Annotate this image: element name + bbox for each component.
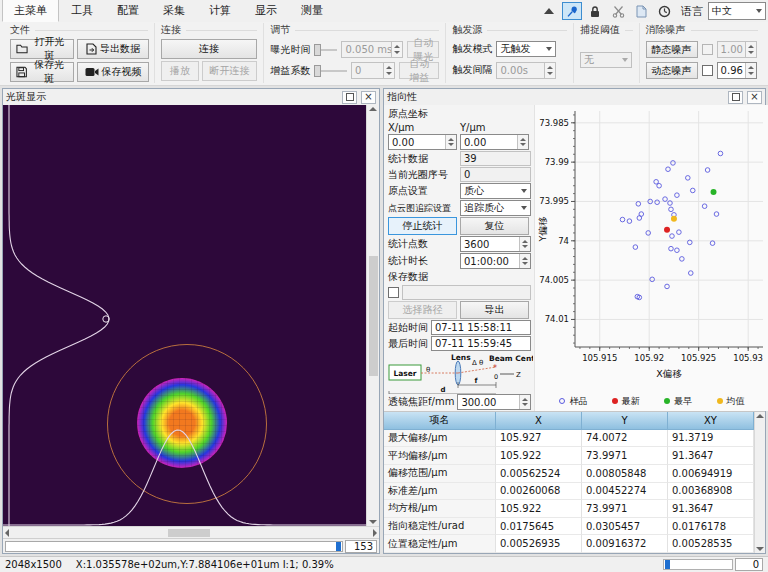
scatter-point-样品 (675, 248, 680, 253)
spinner-arrows-icon[interactable] (745, 42, 756, 57)
spinner-arrows-icon[interactable] (519, 254, 530, 268)
spinner-arrows-icon[interactable] (517, 135, 528, 149)
beam-vertical-scrollbar[interactable] (366, 105, 379, 526)
connect-button[interactable]: 连接 (161, 39, 257, 59)
scissors-icon[interactable] (608, 2, 628, 20)
gain-slider-handle[interactable] (314, 65, 321, 77)
scatter-point-样品 (688, 271, 693, 276)
frame-slider[interactable]: 153 (3, 538, 379, 553)
scroll-up-icon[interactable] (369, 107, 377, 111)
scatter-point-样品 (718, 151, 723, 156)
collapse-toolbar-icon[interactable] (539, 2, 559, 20)
restore-panel-icon[interactable] (342, 91, 357, 104)
trigger-mode-select[interactable]: 无触发 (496, 41, 556, 57)
spinner-arrows-icon[interactable] (383, 63, 394, 78)
scroll-left-icon[interactable] (5, 529, 9, 537)
stop-statistics-button[interactable]: 停止统计 (388, 217, 457, 235)
origin-x-spinner[interactable]: 0.00 (388, 134, 457, 150)
chart-column: 73.98573.9973.9957474.00574.01105.915105… (534, 105, 768, 411)
chevron-down-icon (521, 206, 527, 210)
exposure-slider[interactable] (314, 44, 337, 56)
status-slider-indicator[interactable] (665, 560, 670, 569)
menu-tab-7[interactable]: 测量 (289, 0, 335, 22)
table-cell: 0.00694919 (668, 465, 754, 483)
horizontal-profile-curve (3, 430, 366, 525)
menu-tab-2[interactable]: 工具 (59, 0, 105, 22)
stats-count-value: 39 (460, 151, 531, 166)
vertical-scroll-thumb[interactable] (369, 256, 378, 376)
beam-display[interactable] (3, 105, 366, 526)
spinner-arrows-icon[interactable] (391, 42, 402, 57)
restore-panel-icon[interactable] (728, 91, 743, 104)
close-panel-icon[interactable]: × (747, 91, 762, 104)
menu-tab-5[interactable]: 计算 (197, 0, 243, 22)
scroll-up-icon[interactable] (756, 414, 764, 418)
exposure-spinner[interactable]: 0.050 ms (341, 41, 403, 58)
gain-spinner[interactable]: 0 (351, 62, 395, 79)
spinner-arrows-icon[interactable] (519, 237, 530, 251)
language-select[interactable]: 中文 (708, 2, 766, 20)
origin-setting-select[interactable]: 质心 (460, 183, 531, 199)
table-header-1[interactable]: X (496, 412, 582, 430)
focal-length-spinner[interactable]: 300.00 (457, 394, 531, 410)
scroll-down-icon[interactable] (756, 547, 764, 551)
save-video-button[interactable]: 保存视频 (77, 62, 149, 82)
auto-gain-button[interactable]: 自动增益 (399, 62, 439, 79)
status-slider-track[interactable] (663, 559, 733, 570)
reset-button[interactable]: 复位 (460, 217, 529, 235)
menu-tab-3[interactable]: 配置 (105, 0, 151, 22)
close-panel-icon[interactable]: × (361, 91, 376, 104)
static-noise-spinner[interactable]: 1.00 (717, 41, 757, 58)
lock-icon[interactable] (585, 2, 605, 20)
file-icon[interactable] (631, 2, 651, 20)
save-data-checkbox[interactable] (388, 287, 399, 298)
toolbar: 文件 打开光斑 导出数据 保存光斑 保存视频 连接 连接 (0, 22, 768, 86)
table-header-2[interactable]: Y (582, 412, 668, 430)
status-slider[interactable]: 0 (663, 558, 763, 571)
stat-duration-spinner[interactable]: 01:00:00 (460, 253, 531, 269)
trigger-interval-spinner[interactable]: 0.00s (496, 62, 556, 79)
horizontal-scroll-thumb[interactable] (168, 529, 210, 537)
scroll-down-icon[interactable] (369, 520, 377, 524)
menu-tab-6[interactable]: 显示 (243, 0, 289, 22)
export-button[interactable]: 导出 (460, 301, 529, 319)
table-cell: 0.00805848 (582, 465, 668, 483)
clock-icon[interactable] (654, 2, 674, 20)
beam-horizontal-scrollbar[interactable] (3, 526, 379, 538)
save-spot-button[interactable]: 保存光斑 (10, 62, 74, 82)
static-noise-button[interactable]: 静态噪声 (646, 41, 698, 58)
menu-tab-1[interactable]: 主菜单 (2, 0, 59, 22)
exposure-slider-handle[interactable] (314, 44, 321, 56)
origin-y-spinner[interactable]: 0.00 (460, 134, 529, 150)
table-header-0[interactable]: 项名 (384, 412, 496, 430)
gain-slider[interactable] (314, 65, 346, 77)
spinner-arrows-icon[interactable] (519, 395, 530, 409)
menu-tab-4[interactable]: 采集 (151, 0, 197, 22)
stat-points-spinner[interactable]: 3600 (460, 236, 531, 252)
spinner-arrows-icon[interactable] (445, 135, 456, 149)
chart-legend: 样品最新最早均值 (535, 393, 768, 409)
threshold-select[interactable]: 无 (580, 52, 632, 68)
spinner-arrows-icon[interactable] (544, 63, 555, 78)
choose-path-button[interactable]: 选择路径 (388, 301, 457, 319)
tracking-setting-select[interactable]: 追踪质心 (460, 200, 531, 216)
scroll-right-icon[interactable] (373, 529, 377, 537)
dynamic-noise-button[interactable]: 动态噪声 (646, 62, 698, 79)
open-spot-button[interactable]: 打开光斑 (10, 39, 74, 59)
frame-slider-indicator[interactable] (336, 542, 341, 551)
resolution-label: 2048x1500 (5, 559, 62, 570)
export-data-button[interactable]: 导出数据 (77, 39, 149, 59)
spinner-arrows-icon[interactable] (745, 63, 756, 78)
dynamic-noise-spinner[interactable]: 0.96 (717, 62, 757, 79)
chevron-down-icon (622, 58, 628, 62)
dynamic-noise-checkbox[interactable] (702, 65, 713, 76)
disconnect-button[interactable]: 断开连接 (202, 61, 257, 81)
auto-exposure-button[interactable]: 自动曝光 (407, 41, 439, 58)
static-noise-checkbox[interactable] (702, 44, 713, 55)
pin-icon[interactable] (562, 2, 582, 20)
play-button[interactable]: 播放 (161, 61, 199, 81)
table-scrollbar[interactable] (754, 412, 765, 553)
table-header-3[interactable]: XY (668, 412, 754, 430)
svg-text:74: 74 (558, 236, 569, 246)
frame-slider-track[interactable] (5, 541, 343, 552)
